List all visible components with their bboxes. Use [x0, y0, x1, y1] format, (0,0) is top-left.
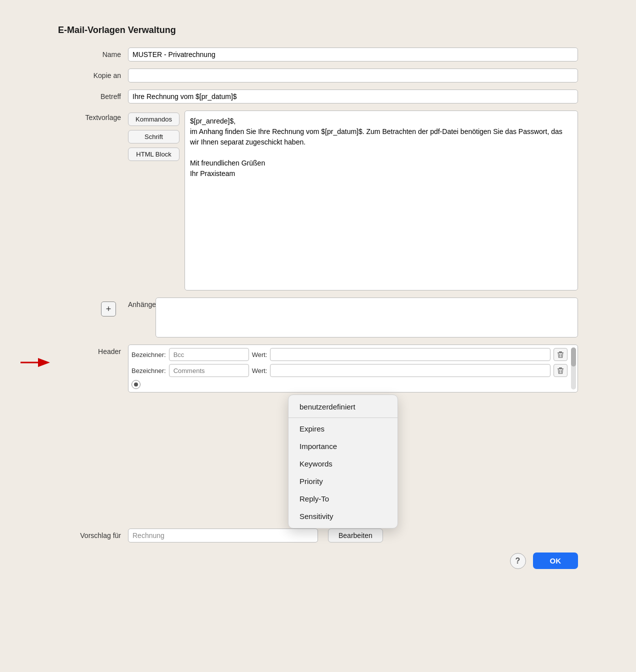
- bezeichner-input-2[interactable]: [169, 364, 249, 377]
- name-label: Name: [58, 48, 128, 58]
- dropdown-menu: benutzerdefiniert Expires Importance Key…: [288, 394, 398, 528]
- anhaenge-box: [156, 298, 578, 338]
- anhaenge-label: Anhänge: [128, 298, 156, 308]
- dropdown-item-expires[interactable]: Expires: [288, 420, 398, 438]
- betreff-input[interactable]: [128, 90, 578, 104]
- dropdown-item-importance[interactable]: Importance: [288, 438, 398, 455]
- dropdown-item-benutzerdefiniert[interactable]: benutzerdefiniert: [288, 398, 398, 416]
- textvorlage-row: Textvorlage Kommandos Schrift HTML Block…: [58, 110, 578, 290]
- textvorlage-buttons: Kommandos Schrift HTML Block: [128, 112, 180, 161]
- dropdown-separator: [288, 418, 398, 418]
- help-button[interactable]: ?: [510, 553, 526, 569]
- wert-input-2[interactable]: [270, 364, 550, 377]
- scrollbar-track[interactable]: [571, 348, 576, 390]
- svg-rect-6: [559, 368, 562, 368]
- bezeichner-input-1[interactable]: [169, 348, 249, 361]
- kopie-label: Kopie an: [58, 68, 128, 80]
- dropdown-item-sensitivity[interactable]: Sensitivity: [288, 508, 398, 525]
- svg-rect-2: [559, 352, 562, 352]
- ok-button[interactable]: OK: [533, 552, 578, 569]
- schrift-button[interactable]: Schrift: [128, 130, 180, 144]
- header-row: Header Bezeichner: Wert:: [58, 344, 578, 392]
- betreff-row: Betreff: [58, 90, 578, 104]
- trash-button-2[interactable]: [554, 364, 568, 377]
- red-arrow: [18, 354, 56, 374]
- svg-rect-5: [558, 368, 564, 369]
- dropdown-item-reply-to[interactable]: Reply-To: [288, 490, 398, 508]
- header-entry-1: Bezeichner: Wert:: [132, 348, 568, 361]
- name-row: Name: [58, 48, 578, 62]
- wert-input-1[interactable]: [270, 348, 550, 361]
- vorschlag-input[interactable]: [128, 528, 318, 542]
- vorschlag-row: Vorschlag für Bearbeiten: [58, 528, 578, 542]
- wert-label-2: Wert:: [252, 367, 268, 374]
- header-panel: Bezeichner: Wert:: [128, 344, 578, 392]
- dropdown-item-keywords[interactable]: Keywords: [288, 455, 398, 472]
- header-panel-wrap: Bezeichner: Wert:: [128, 344, 578, 392]
- bearbeiten-button[interactable]: Bearbeiten: [328, 528, 383, 542]
- html-block-button[interactable]: HTML Block: [128, 148, 180, 161]
- anhaenge-row: + Anhänge: [58, 298, 578, 338]
- header-entry-2: Bezeichner: Wert:: [132, 364, 568, 377]
- radio-button[interactable]: [132, 380, 140, 389]
- dropdown-item-priority[interactable]: Priority: [288, 472, 398, 490]
- dialog: E-Mail-Vorlagen Verwaltung Name Kopie an…: [43, 15, 593, 584]
- betreff-label: Betreff: [58, 90, 128, 100]
- svg-rect-1: [558, 352, 564, 353]
- bezeichner-label-2: Bezeichner:: [132, 367, 166, 374]
- dialog-title: E-Mail-Vorlagen Verwaltung: [58, 25, 578, 36]
- add-anhang-button[interactable]: +: [101, 302, 116, 316]
- bottom-bar: ? OK: [58, 552, 578, 569]
- kommandos-button[interactable]: Kommandos: [128, 112, 180, 126]
- vorschlag-label: Vorschlag für: [58, 532, 128, 540]
- wert-label-1: Wert:: [252, 351, 268, 358]
- kopie-input[interactable]: [128, 68, 578, 82]
- scrollbar-thumb[interactable]: [571, 348, 576, 366]
- textarea-field[interactable]: $[pr_anrede]$, im Anhang finden Sie Ihre…: [184, 110, 578, 290]
- header-label: Header: [58, 344, 128, 356]
- name-input[interactable]: [128, 48, 578, 62]
- bezeichner-label-1: Bezeichner:: [132, 351, 166, 358]
- kopie-row: Kopie an: [58, 68, 578, 82]
- textvorlage-label: Textvorlage: [58, 110, 128, 122]
- trash-button-1[interactable]: [554, 348, 568, 361]
